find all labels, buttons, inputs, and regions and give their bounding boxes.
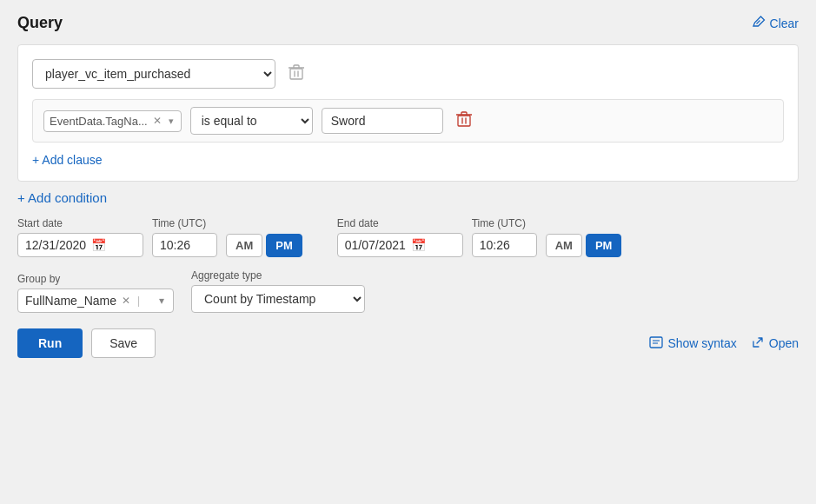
start-date-value: 12/31/2020	[25, 238, 86, 252]
start-time-label: Time (UTC)	[152, 217, 217, 229]
syntax-icon	[649, 335, 663, 352]
start-time-group: Time (UTC) 10:26	[152, 217, 217, 257]
start-ampm-group: AM PM	[226, 234, 302, 257]
tag-chip[interactable]: EventData.TagNa... ✕ ▾	[43, 110, 182, 132]
end-calendar-icon[interactable]: 📅	[411, 238, 426, 252]
end-date-group: End date 01/07/2021 📅	[337, 217, 463, 257]
tag-label: EventData.TagNa...	[50, 115, 148, 128]
clause-row: EventData.TagNa... ✕ ▾ is equal to is no…	[32, 99, 784, 143]
start-pm-button[interactable]: PM	[266, 234, 302, 257]
end-time-group: Time (UTC) 10:26	[472, 217, 537, 257]
add-clause-label: + Add clause	[32, 153, 103, 167]
end-time-input[interactable]: 10:26	[472, 233, 537, 257]
svg-rect-3	[650, 337, 662, 348]
run-button[interactable]: Run	[17, 328, 83, 358]
delete-clause-button[interactable]	[452, 109, 476, 134]
page-title: Query	[17, 14, 63, 32]
start-time-value: 10:26	[160, 238, 190, 252]
tag-remove-button[interactable]: ✕	[151, 115, 163, 127]
end-date-value: 01/07/2021	[345, 238, 406, 252]
group-by-group: Group by FullName_Name ✕ | ▾	[17, 273, 174, 313]
aggregate-group: Aggregate type Count by Timestamp Sum Av…	[191, 269, 365, 313]
operator-select[interactable]: is equal to is not equal to contains doe…	[190, 107, 313, 135]
delete-event-button[interactable]	[284, 62, 308, 87]
start-calendar-icon[interactable]: 📅	[91, 238, 106, 252]
open-icon	[751, 335, 765, 352]
group-by-chip[interactable]: FullName_Name ✕ | ▾	[17, 288, 174, 313]
end-ampm-group: AM PM	[546, 234, 622, 257]
group-by-remove-button[interactable]: ✕	[120, 295, 132, 307]
end-pm-button[interactable]: PM	[586, 234, 622, 257]
end-am-button[interactable]: AM	[546, 234, 582, 257]
open-button[interactable]: Open	[751, 335, 799, 352]
add-condition-button[interactable]: + Add condition	[17, 190, 107, 205]
show-syntax-button[interactable]: Show syntax	[649, 335, 736, 352]
group-by-chevron-button[interactable]: ▾	[157, 295, 166, 307]
event-row: player_vc_item_purchased player_login pl…	[32, 59, 784, 89]
group-by-label: Group by	[17, 273, 174, 285]
eraser-icon	[752, 15, 766, 31]
query-card: player_vc_item_purchased player_login pl…	[17, 44, 799, 182]
aggregate-label: Aggregate type	[191, 269, 365, 282]
start-time-input[interactable]: 10:26	[152, 233, 217, 257]
clear-button[interactable]: Clear	[752, 15, 799, 31]
end-date-label: End date	[337, 217, 463, 229]
start-am-button[interactable]: AM	[226, 234, 262, 257]
end-time-value: 10:26	[480, 238, 510, 252]
add-condition-label: + Add condition	[17, 190, 107, 205]
clause-value-input[interactable]	[322, 108, 443, 134]
show-syntax-label: Show syntax	[667, 336, 736, 350]
clear-label: Clear	[770, 17, 799, 30]
tag-chevron-button[interactable]: ▾	[167, 116, 176, 127]
start-date-group: Start date 12/31/2020 📅	[17, 217, 143, 257]
group-by-value: FullName_Name	[25, 294, 116, 308]
save-button[interactable]: Save	[91, 328, 156, 358]
action-buttons: Run Save	[17, 328, 156, 358]
group-agg-section: Group by FullName_Name ✕ | ▾ Aggregate t…	[17, 269, 799, 313]
aggregate-select[interactable]: Count by Timestamp Sum Average Min Max C…	[191, 285, 365, 313]
end-date-input[interactable]: 01/07/2021 📅	[337, 233, 463, 257]
svg-rect-1	[290, 69, 302, 79]
svg-rect-2	[458, 116, 470, 126]
open-label: Open	[769, 336, 799, 350]
bottom-row: Run Save Show syntax	[17, 328, 799, 358]
start-date-label: Start date	[17, 217, 143, 229]
date-time-section: Start date 12/31/2020 📅 Time (UTC) 10:26…	[17, 217, 799, 257]
end-time-label: Time (UTC)	[472, 217, 537, 229]
event-select[interactable]: player_vc_item_purchased player_login pl…	[32, 59, 275, 89]
add-clause-button[interactable]: + Add clause	[32, 153, 103, 167]
right-buttons: Show syntax Open	[649, 335, 799, 352]
start-date-input[interactable]: 12/31/2020 📅	[17, 233, 143, 257]
